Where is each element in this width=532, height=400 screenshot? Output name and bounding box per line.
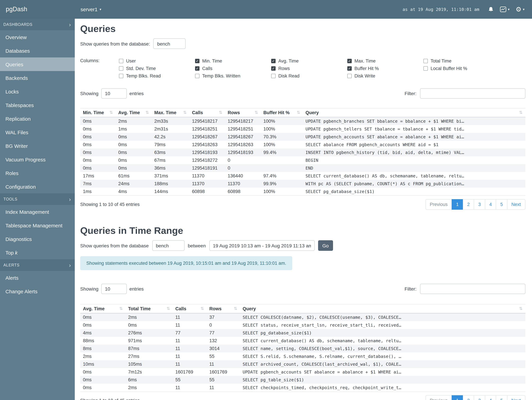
column-header-query[interactable]: ⇅Query	[240, 305, 525, 313]
column-header-calls[interactable]: ⇅Calls	[173, 305, 207, 313]
query-link[interactable]: SELECT current_database() AS db, scheman…	[303, 172, 525, 180]
pagination-previous[interactable]: Previous	[425, 395, 452, 400]
pagination-page-4[interactable]: 4	[485, 395, 496, 400]
query-link[interactable]: SELECT name, setting, COALESCE(boot_val,…	[240, 345, 525, 353]
sort-icon[interactable]: ⇅	[219, 110, 222, 115]
query-link[interactable]: SELECT pg_database_size($1)	[240, 329, 525, 337]
checkbox-calls[interactable]: ✓	[195, 66, 199, 70]
checkbox-std-dev-time[interactable]	[119, 66, 123, 70]
time-range-database-input[interactable]	[152, 241, 184, 251]
query-link[interactable]: UPDATE pgbench_accounts SET abalance = a…	[303, 133, 525, 141]
settings-menu-button[interactable]: ⚙ ▾	[516, 6, 525, 13]
sort-icon[interactable]: ⇅	[234, 306, 237, 311]
column-toggle-rows[interactable]: ✓Rows	[271, 64, 347, 72]
query-link[interactable]: UPDATE pgbench_branches SET bbalance = b…	[303, 117, 525, 125]
column-toggle-std-dev-time[interactable]: Std. Dev. Time	[119, 64, 195, 72]
sidebar-item-alerts[interactable]: Alerts	[0, 271, 75, 285]
time-range-input[interactable]	[209, 241, 315, 251]
column-toggle-buffer-hit[interactable]: ✓Buffer Hit %	[347, 64, 424, 72]
column-header-min-time[interactable]: ⇅Min. Time	[80, 108, 115, 117]
sidebar-item-wal-files[interactable]: WAL Files	[0, 125, 75, 139]
sidebar-section-tools[interactable]: TOOLS›	[0, 193, 75, 205]
sidebar-item-diagnostics[interactable]: Diagnostics	[0, 232, 75, 246]
query-link[interactable]: UPDATE pgbench_tellers SET tbalance = tb…	[303, 125, 525, 133]
query-link[interactable]: SELECT pg_table_size($1)	[240, 376, 525, 384]
sort-icon[interactable]: ⇅	[166, 306, 170, 311]
time-range-page-size-input[interactable]	[101, 284, 127, 294]
column-header-total-time[interactable]: ⇅Total Time	[125, 305, 173, 313]
sort-icon[interactable]: ⇅	[519, 110, 522, 115]
column-toggle-disk-write[interactable]: Disk Write	[347, 72, 424, 80]
sidebar-item-vacuum-progress[interactable]: Vacuum Progress	[0, 152, 75, 166]
sidebar-item-locks[interactable]: Locks	[0, 85, 75, 98]
sidebar-item-tablespaces[interactable]: Tablespaces	[0, 98, 75, 112]
checkbox-rows[interactable]: ✓	[271, 66, 276, 70]
column-toggle-max-time[interactable]: ✓Max. Time	[347, 57, 424, 64]
query-link[interactable]: SELECT current_database() AS db, scheman…	[240, 337, 525, 345]
checkbox-disk-read[interactable]	[271, 74, 276, 78]
pagination-page-2[interactable]: 2	[463, 199, 474, 210]
query-link[interactable]: SELECT abalance FROM pgbench_accounts WH…	[303, 141, 525, 148]
sort-icon[interactable]: ⇅	[119, 306, 123, 311]
pagination-page-1[interactable]: 1	[452, 395, 463, 400]
queries-page-size-input[interactable]	[101, 88, 127, 99]
queries-filter-input[interactable]	[420, 88, 525, 99]
query-link[interactable]: WITH pc AS (SELECT pubname, COUNT(*) AS …	[303, 180, 525, 188]
query-link[interactable]: SELECT checkpoints_timed, checkpoints_re…	[240, 384, 525, 392]
query-link[interactable]: SELECT COALESCE(datname, $2), COALESCE(u…	[240, 313, 525, 321]
sort-icon[interactable]: ⇅	[146, 110, 149, 115]
checkbox-temp-blks-read[interactable]	[119, 74, 123, 78]
checkbox-total-time[interactable]	[424, 59, 428, 63]
checkbox-local-buffer-hit[interactable]	[424, 66, 428, 70]
checkbox-buffer-hit[interactable]: ✓	[347, 66, 352, 70]
column-header-rows[interactable]: ⇅Rows	[225, 108, 261, 117]
sidebar-item-configuration[interactable]: Configuration	[0, 180, 75, 193]
checkbox-avg-time[interactable]: ✓	[271, 59, 276, 63]
column-toggle-total-time[interactable]: Total Time	[424, 57, 500, 64]
sidebar-item-tablespace-management[interactable]: Tablespace Management	[0, 219, 75, 232]
database-input[interactable]	[153, 38, 186, 49]
pagination-next[interactable]: Next	[507, 199, 525, 210]
checkbox-temp-blks-written[interactable]	[195, 74, 199, 78]
server-selector[interactable]: server1 ▾	[75, 6, 101, 12]
sidebar-item-overview[interactable]: Overview	[0, 30, 75, 44]
sort-icon[interactable]: ⇅	[254, 110, 258, 115]
query-link[interactable]: SELECT archived_count, COALESCE(last_arc…	[240, 360, 525, 368]
checkbox-disk-write[interactable]	[347, 74, 352, 78]
sidebar-item-bg-writer[interactable]: BG Writer	[0, 139, 75, 152]
sidebar-item-backends[interactable]: Backends	[0, 71, 75, 85]
column-toggle-avg-time[interactable]: ✓Avg. Time	[271, 57, 347, 64]
column-toggle-temp-blks-read[interactable]: Temp Blks. Read	[119, 72, 195, 80]
pagination-page-1[interactable]: 1	[452, 199, 463, 210]
pagination-page-4[interactable]: 4	[485, 199, 496, 210]
column-toggle-local-buffer-hit[interactable]: Local Buffer Hit %	[424, 64, 500, 72]
sidebar-item-index-management[interactable]: Index Management	[0, 205, 75, 219]
query-link[interactable]: END	[303, 164, 525, 172]
time-range-filter-input[interactable]	[420, 284, 525, 294]
sort-icon[interactable]: ⇅	[201, 306, 204, 311]
query-link[interactable]: INSERT INTO pgbench_history (tid, bid, a…	[303, 148, 525, 156]
sidebar-item-roles[interactable]: Roles	[0, 166, 75, 180]
sort-icon[interactable]: ⇅	[297, 110, 300, 115]
pagination-page-3[interactable]: 3	[474, 199, 485, 210]
sort-icon[interactable]: ⇅	[109, 110, 113, 115]
pagination-page-5[interactable]: 5	[496, 395, 507, 400]
column-toggle-calls[interactable]: ✓Calls	[195, 64, 271, 72]
query-link[interactable]: SELECT pg_database_size($1)	[303, 188, 525, 196]
pagination-page-5[interactable]: 5	[496, 199, 507, 210]
sort-icon[interactable]: ⇅	[519, 306, 522, 311]
sidebar-section-dashboards[interactable]: DASHBOARDS›	[0, 19, 75, 30]
query-link[interactable]: BEGIN	[303, 156, 525, 164]
pagination-previous[interactable]: Previous	[425, 199, 452, 210]
sidebar-item-change-alerts[interactable]: Change Alerts	[0, 285, 75, 298]
column-toggle-user[interactable]: User	[119, 57, 195, 64]
column-header-buffer-hit[interactable]: ⇅Buffer Hit %	[261, 108, 303, 117]
query-link[interactable]: SELECT S.relid, S.schemaname, S.relname,…	[240, 353, 525, 360]
checkbox-min-time[interactable]: ✓	[195, 59, 199, 63]
column-header-rows[interactable]: ⇅Rows	[207, 305, 240, 313]
column-header-avg-time[interactable]: ⇅Avg. Time	[80, 305, 125, 313]
brand-logo[interactable]: pgDash	[0, 6, 75, 13]
column-toggle-min-time[interactable]: ✓Min. Time	[195, 57, 271, 64]
query-link[interactable]: SELECT status, receive_start_lsn, receiv…	[240, 321, 525, 329]
column-header-max-time[interactable]: ⇅Max. Time	[152, 108, 189, 117]
